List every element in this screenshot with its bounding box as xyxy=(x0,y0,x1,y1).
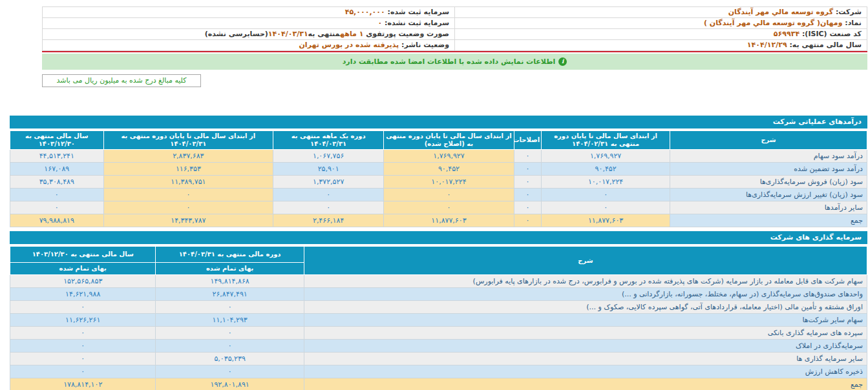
info-label: کد صنعت (ISIC): xyxy=(799,30,862,38)
info-value: گروه توسعه مالي مهر آيندگان xyxy=(728,8,833,16)
cell-desc: اوراق مشتقه و تأمین مالی (اختیار معامله،… xyxy=(304,301,867,314)
note-text: کلیه مبالغ درج شده به میلیون ریال می باش… xyxy=(57,76,187,85)
cell-value: ۵,۰۳۵,۲۳۹ xyxy=(156,353,304,365)
cell-value: ۱۰,۰۱۷,۲۲۴ xyxy=(542,176,670,189)
cell-value: ۱,۰۶۷,۷۵۶ xyxy=(273,150,384,163)
operating-income-table: شرحاز ابتدای سال مالی تا پایان دوره منته… xyxy=(10,130,867,227)
table-row: درآمد سود سهام۱,۷۶۹,۹۲۷۰۱,۷۶۹,۹۲۷۱,۰۶۷,۷… xyxy=(10,150,867,163)
table-head: شرحاز ابتدای سال مالی تا پایان دوره منته… xyxy=(10,131,867,150)
cell-desc: سایر درآمدها xyxy=(670,201,867,214)
cell-value: ۰ xyxy=(156,365,304,378)
cell-value: ۰ xyxy=(10,340,156,353)
column-header: شرح xyxy=(670,131,867,150)
investments-section: سرمایه گذاری های شرکتشرحدوره مالی منتهی … xyxy=(10,231,867,390)
cell-value: ۱۱,۱۰۴,۲۹۳ xyxy=(156,314,304,327)
cell-value: ۱۰,۰۱۷,۲۲۴ xyxy=(384,176,514,189)
info-cell-right: سال مالی منتهی به: ۱۴۰۴/۱۲/۲۹ xyxy=(455,40,867,51)
cell-value: ۱۴۹,۸۱۴,۸۶۸ xyxy=(156,275,304,288)
cell-value: ۰ xyxy=(10,353,156,365)
info-label: (حسابرسی نشده) xyxy=(205,30,268,38)
cell-value: ۰ xyxy=(514,176,541,189)
total-row: جمع۱۱,۸۷۷,۶۰۳۰۱۱,۸۷۷,۶۰۳۲,۴۶۶,۱۸۴۱۴,۳۴۳,… xyxy=(10,214,867,227)
cell-value: ۱۹۲,۸۰۱,۸۹۱ xyxy=(156,378,304,390)
cell-value: ۱۵۲,۵۶۵,۸۵۳ xyxy=(10,275,156,288)
cell-value: ۰ xyxy=(156,340,304,353)
cell-value: ۱۱۶,۳۵۳ xyxy=(103,163,273,176)
table-row: سایر سرمایه گذاری ها۵,۰۳۵,۲۳۹۰ xyxy=(10,353,867,365)
cell-value: ۰ xyxy=(10,301,156,314)
cell-value: ۰ xyxy=(542,189,670,201)
column-header: سال مالی منتهی به ۱۴۰۳/۱۲/۳۰ xyxy=(10,131,104,150)
cell-value: ۰ xyxy=(273,189,384,201)
cell-desc: درآمد سود سهام xyxy=(670,150,867,163)
cell-value: ۲,۸۳۷,۶۸۳ xyxy=(103,150,273,163)
cell-value: ۲,۴۶۶,۱۸۴ xyxy=(273,214,384,227)
cell-value: ۱۱,۸۷۷,۶۰۳ xyxy=(542,214,670,227)
info-value: ۴۵,۰۰۰,۰۰۰ xyxy=(345,8,385,16)
table-row: سایر درآمدها۰۰۰۰۰۰ xyxy=(10,201,867,214)
table-row: سهام شرکت های قابل معامله در بازار سرمای… xyxy=(10,275,867,288)
column-header: دوره مالی منتهی به ۱۴۰۴/۰۳/۳۱ xyxy=(156,247,304,263)
cell-value: ۰ xyxy=(514,150,541,163)
table-row: ذخیره کاهش ارزش۰۰ xyxy=(10,365,867,378)
column-header: از ابتدای سال مالی تا پایان دوره منتهی ب… xyxy=(384,131,514,150)
cell-value: ۰ xyxy=(514,163,541,176)
column-subheader: بهای تمام شده xyxy=(10,263,156,275)
cell-value: ۱۴,۶۲۱,۹۸۸ xyxy=(10,288,156,301)
column-header: دوره یک ماهه منتهی به ۱۴۰۴/۰۳/۳۱ xyxy=(273,131,384,150)
cell-value: ۱۱,۶۲۶,۲۶۱ xyxy=(10,314,156,327)
header-row: شرحدوره مالی منتهی به ۱۴۰۴/۰۳/۳۱سال مالی… xyxy=(10,247,867,263)
cell-desc: سایر سرمایه گذاری ها xyxy=(304,353,867,365)
cell-value: ۱۶۷,۰۸۹ xyxy=(10,163,104,176)
cell-value: ۰ xyxy=(514,189,541,201)
operating-income-section: درآمدهای عملیاتی شرکتشرحاز ابتدای سال ما… xyxy=(10,116,867,227)
info-row: نماد: ومهان( گروه توسعه مالي مهر آيندگان… xyxy=(43,18,867,29)
company-investments-table: شرحدوره مالی منتهی به ۱۴۰۴/۰۳/۳۱سال مالی… xyxy=(10,246,867,390)
cell-value: ۱۴,۳۴۳,۷۸۷ xyxy=(103,214,273,227)
info-value: ۱۴۰۴/۱۲/۲۹ xyxy=(747,41,787,49)
banner-text: اطلاعات نمایش داده شده با اطلاعات امضا ش… xyxy=(343,57,556,66)
column-subheader: بهای تمام شده xyxy=(156,263,304,275)
info-label: صورت وضعیت پورتفوی xyxy=(363,30,449,38)
cell-value: ۰ xyxy=(384,189,514,201)
cell-desc: سهام شرکت های قابل معامله در بازار سرمای… xyxy=(304,275,867,288)
info-row: شرکت: گروه توسعه مالي مهر آيندگانسرمایه … xyxy=(43,7,867,18)
cell-desc: جمع xyxy=(304,378,867,390)
table-row: سود (زیان) فروش سرمایه‌گذاری‌ها۱۰,۰۱۷,۲۲… xyxy=(10,176,867,189)
info-value: ۱ ماهه xyxy=(340,30,363,38)
company-info-table: شرکت: گروه توسعه مالي مهر آيندگانسرمایه … xyxy=(42,6,867,51)
info-cell-left: وضعیت ناشر: پذیرفته شده در بورس تهران xyxy=(43,40,455,51)
table-row: اوراق مشتقه و تأمین مالی (اختیار معامله،… xyxy=(10,301,867,314)
info-cell-left: سرمایه ثبت نشده: ۰ xyxy=(43,18,455,29)
info-cell-right: نماد: ومهان( گروه توسعه مالي مهر آيندگان… xyxy=(455,18,867,29)
banner-content: i اطلاعات نمایش داده شده با اطلاعات امضا… xyxy=(343,57,567,66)
info-cell-left: سرمایه ثبت شده: ۴۵,۰۰۰,۰۰۰ xyxy=(43,7,455,18)
info-label: سرمایه ثبت شده: xyxy=(385,8,449,16)
column-header: سال مالی منتهی به ۱۴۰۳/۱۲/۳۰ xyxy=(10,247,156,263)
cell-desc: درآمد سود تضمین شده xyxy=(670,163,867,176)
table-body: درآمد سود سهام۱,۷۶۹,۹۲۷۰۱,۷۶۹,۹۲۷۱,۰۶۷,۷… xyxy=(10,150,867,227)
codal-portfolio-report-page: شرکت: گروه توسعه مالي مهر آيندگانسرمایه … xyxy=(0,0,868,390)
table-head: شرحدوره مالی منتهی به ۱۴۰۴/۰۳/۳۱سال مالی… xyxy=(10,247,867,275)
cell-value: ۰ xyxy=(156,327,304,340)
cell-desc: سود (زیان) تغییر ارزش سرمایه‌گذاری‌ها xyxy=(670,189,867,201)
cell-value: ۰ xyxy=(156,301,304,314)
cell-value: ۹۰,۴۵۲ xyxy=(542,163,670,176)
cell-value: ۰ xyxy=(273,201,384,214)
cell-value: ۳۵,۳۰۸,۴۸۹ xyxy=(10,176,104,189)
info-cell-left: صورت وضعیت پورتفوی ۱ ماههمنتهی به۱۴۰۴/۰۳… xyxy=(43,29,455,40)
cell-value: ۰ xyxy=(103,189,273,201)
signature-match-banner: i اطلاعات نمایش داده شده با اطلاعات امضا… xyxy=(42,54,867,70)
cell-value: ۴۴,۵۱۳,۲۴۱ xyxy=(10,150,104,163)
cell-desc: جمع xyxy=(670,214,867,227)
info-label: وضعیت ناشر: xyxy=(399,41,449,49)
operating-income-title: درآمدهای عملیاتی شرکت xyxy=(10,116,867,128)
table-row: سهام سایر شرکت‌ها۱۱,۱۰۴,۲۹۳۱۱,۶۲۶,۲۶۱ xyxy=(10,314,867,327)
cell-value: ۱۱,۳۸۹,۷۵۱ xyxy=(103,176,273,189)
info-value: پذیرفته شده در بورس تهران xyxy=(299,41,399,49)
table-row: درآمد سود تضمین شده۹۰,۴۵۲۰۹۰,۴۵۲۲۵,۹۰۱۱۱… xyxy=(10,163,867,176)
cell-value: ۱,۷۶۹,۹۲۷ xyxy=(542,150,670,163)
cell-value: ۰ xyxy=(514,214,541,227)
info-label: نماد: xyxy=(842,19,862,27)
info-row: کد صنعت (ISIC): ۵۶۹۹۳۴صورت وضعیت پورتفوی… xyxy=(43,29,867,40)
